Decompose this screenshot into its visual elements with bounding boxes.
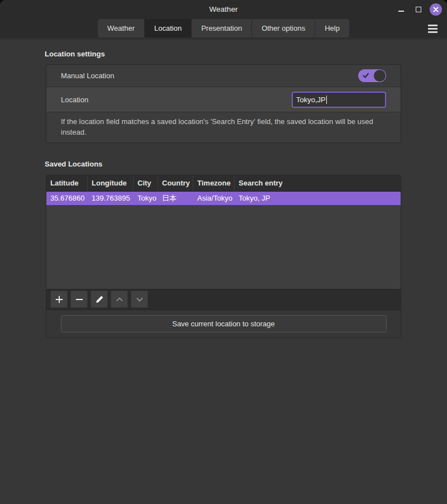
plus-icon (55, 295, 64, 304)
tab-group: Weather Location Presentation Other opti… (98, 19, 349, 37)
text-caret (326, 96, 327, 104)
move-down-button[interactable] (131, 291, 148, 308)
cell-country: 日本 (158, 193, 193, 203)
table-header: Latitude Longitude City Country Timezone… (46, 175, 401, 192)
table-empty-area[interactable] (46, 205, 401, 289)
weather-app-window: Weather Weather Location Presentation Ot… (0, 0, 447, 504)
location-settings-frame: Manual Location Location If the location… (46, 64, 401, 143)
tab-weather[interactable]: Weather (98, 19, 145, 37)
maximize-button[interactable] (412, 3, 425, 16)
location-input-wrap (292, 92, 386, 108)
column-header-search-entry[interactable]: Search entry (235, 175, 401, 191)
location-hint-row: If the location field matches a saved lo… (46, 112, 401, 142)
menu-button[interactable] (426, 21, 439, 36)
cell-timezone: Asia/Tokyo (193, 194, 235, 202)
location-settings-heading: Location settings (45, 50, 447, 58)
column-header-longitude[interactable]: Longitude (88, 175, 134, 191)
cell-city: Tokyo (134, 194, 158, 202)
close-icon (433, 7, 439, 12)
chevron-up-icon (115, 295, 124, 304)
hamburger-icon (428, 25, 438, 26)
manual-location-row: Manual Location (46, 65, 401, 87)
column-header-city[interactable]: City (134, 175, 158, 191)
table-toolbar (46, 289, 401, 310)
remove-location-button[interactable] (70, 291, 88, 308)
minus-icon (75, 295, 84, 304)
chevron-down-icon (135, 295, 144, 304)
titlebar[interactable]: Weather (0, 0, 447, 18)
tab-help[interactable]: Help (315, 19, 349, 37)
saved-locations-heading: Saved Locations (45, 160, 447, 168)
tab-presentation[interactable]: Presentation (192, 19, 252, 37)
minimize-icon (398, 11, 404, 12)
manual-location-label: Manual Location (61, 72, 358, 80)
add-location-button[interactable] (50, 291, 68, 308)
location-label: Location (61, 96, 292, 104)
toggle-knob (374, 70, 386, 82)
edit-location-button[interactable] (91, 291, 108, 308)
pencil-icon (95, 295, 104, 304)
check-icon (363, 73, 369, 79)
column-header-latitude[interactable]: Latitude (46, 175, 88, 191)
close-button[interactable] (430, 3, 442, 16)
location-row: Location (46, 87, 401, 112)
tab-bar: Weather Location Presentation Other opti… (0, 18, 447, 40)
tab-location[interactable]: Location (145, 19, 192, 37)
manual-location-toggle[interactable] (358, 69, 386, 82)
move-up-button[interactable] (111, 291, 128, 308)
maximize-icon (416, 7, 421, 12)
window-controls (395, 0, 442, 18)
column-header-country[interactable]: Country (158, 175, 193, 191)
column-header-timezone[interactable]: Timezone (193, 175, 235, 191)
saved-locations-frame: Latitude Longitude City Country Timezone… (46, 175, 401, 338)
location-input[interactable] (292, 92, 386, 108)
cell-latitude: 35.676860 (46, 194, 88, 202)
cell-search-entry: Tokyo, JP (235, 194, 401, 202)
location-hint-text: If the location field matches a saved lo… (61, 117, 386, 138)
minimize-button[interactable] (395, 3, 407, 16)
tab-other-options[interactable]: Other options (252, 19, 315, 37)
cell-longitude: 139.763895 (88, 194, 134, 202)
table-row[interactable]: 35.676860 139.763895 Tokyo 日本 Asia/Tokyo… (46, 192, 401, 205)
save-area: Save current location to storage (46, 310, 401, 337)
save-current-location-button[interactable]: Save current location to storage (61, 315, 387, 332)
window-title: Weather (210, 5, 238, 13)
